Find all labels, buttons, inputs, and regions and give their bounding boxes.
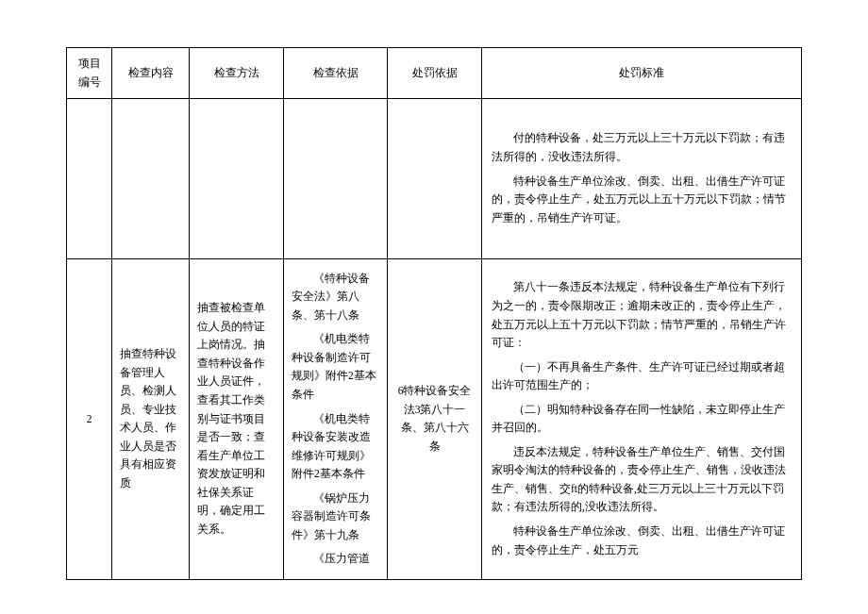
basis-paragraph: 《机电类特种设备制造许可规则》附件2基本条件: [292, 330, 379, 404]
cell-penalty-std: 付的特种设备，处三万元以上三十万元以下罚款；有违法所得的，没收违法所得。 特种设…: [482, 98, 802, 258]
std-paragraph: （二）明知特种设备存在同一性缺陷，未立即停止生产并召回的。: [492, 401, 792, 438]
cell-penalty-std: 第八十一条违反本法规定，特种设备生产单位有下列行为之一的，责令限期改正；逾期未改…: [482, 258, 802, 579]
std-paragraph: 付的特种设备，处三万元以上三十万元以下罚款；有违法所得的，没收违法所得。: [492, 129, 792, 166]
cell-penalty-basis: 6特种设备安全法3第八十一条、第八十六条: [388, 258, 482, 579]
table-header-row: 项目编号 检查内容 检查方法 检查依据 处罚依据 处罚标准: [67, 48, 802, 99]
inspection-table: 项目编号 检查内容 检查方法 检查依据 处罚依据 处罚标准 付的特种设备，处三万…: [66, 47, 802, 580]
header-penalty-basis: 处罚依据: [388, 48, 482, 99]
table-row: 付的特种设备，处三万元以上三十万元以下罚款；有违法所得的，没收违法所得。 特种设…: [67, 98, 802, 258]
cell-method: [190, 98, 284, 258]
std-paragraph: （一）不再具备生产条件、生产许可证已经过期或者超出许可范围生产的；: [492, 358, 792, 395]
table-row: 2 抽查特种设备管理人员、检测人员、专业技术人员、作业人员是否具有相应资质 抽查…: [67, 258, 802, 579]
header-basis: 检查依据: [284, 48, 388, 99]
cell-no: 2: [67, 258, 112, 579]
cell-no: [67, 98, 112, 258]
basis-paragraph: 《锅炉压力容器制造许可条件》第十九条: [292, 490, 379, 545]
std-paragraph: 第八十一条违反本法规定，特种设备生产单位有下列行为之一的，责令限期改正；逾期未改…: [492, 278, 792, 352]
cell-basis: [284, 98, 388, 258]
cell-content: 抽查特种设备管理人员、检测人员、专业技术人员、作业人员是否具有相应资质: [112, 258, 190, 579]
cell-method: 抽查被检查单位人员的特证上岗情况。抽查特种设备作业人员证件，查看其工作类别与证书…: [190, 258, 284, 579]
cell-penalty-basis: [388, 98, 482, 258]
basis-paragraph: 《压力管道: [292, 550, 379, 569]
std-paragraph: 特种设备生产单位涂改、倒卖、出租、出借生产许可证的，责令停止生产，处五万元: [492, 523, 792, 559]
cell-content: [112, 98, 190, 258]
cell-basis: 《特种设备安全法》第八条、第十八条 《机电类特种设备制造许可规则》附件2基本条件…: [284, 258, 388, 579]
header-no: 项目编号: [67, 48, 112, 99]
header-penalty-std: 处罚标准: [482, 48, 802, 99]
std-paragraph: 特种设备生产单位涂改、倒卖、出租、出借生产许可证的，责令停止生产，处五万元以上五…: [492, 173, 792, 228]
header-content: 检查内容: [112, 48, 190, 99]
basis-paragraph: 《机电类特种设备安装改造维修许可规则》附件2基本条件: [292, 410, 379, 484]
std-paragraph: 违反本法规定，特种设备生产单位生产、销售、交付国家明令淘汰的特种设备的，责令停止…: [492, 443, 792, 517]
header-method: 检查方法: [190, 48, 284, 99]
basis-paragraph: 《特种设备安全法》第八条、第十八条: [292, 270, 379, 325]
